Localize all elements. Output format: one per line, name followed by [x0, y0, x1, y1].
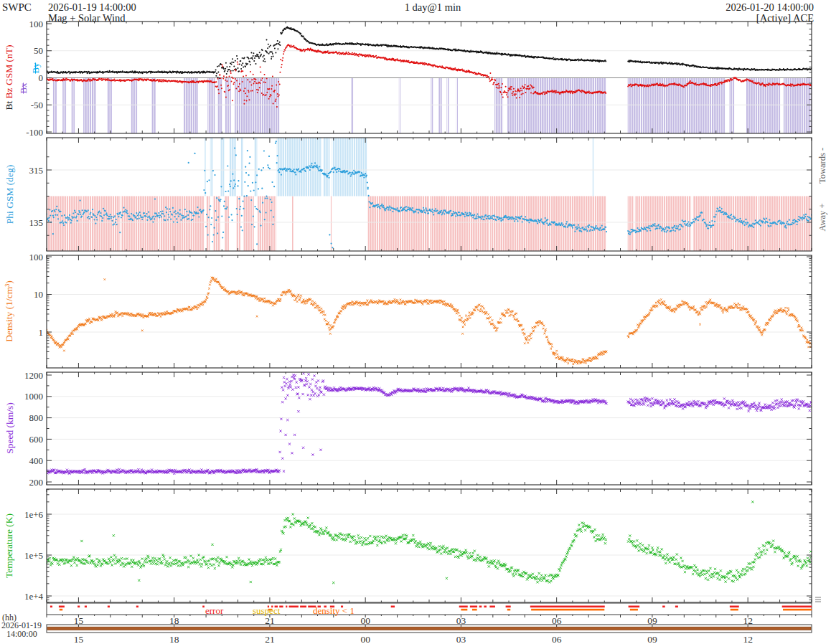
below-zero-shading-band — [784, 78, 812, 134]
density-tick-label: 100 — [29, 252, 44, 262]
towards-shading-band — [254, 138, 257, 196]
speed-tick-label: 800 — [29, 412, 44, 423]
density-flag-mark — [783, 609, 812, 611]
error-flag-mark — [78, 606, 80, 608]
plot-subtitle: Mag + Solar Wind — [48, 12, 126, 24]
towards-sector-label: Towards - — [817, 148, 828, 184]
below-zero-shading-band — [184, 78, 198, 134]
away-shading-band — [206, 196, 210, 251]
error-flag-mark — [675, 606, 678, 608]
away-shading-band — [759, 196, 812, 251]
away-shading-band — [258, 196, 276, 251]
resize-grip-icon — [815, 597, 821, 602]
density-axis-label: Density (1/cm³) — [4, 280, 15, 341]
by-toggle-label[interactable]: By — [30, 62, 42, 73]
below-zero-shading-band — [431, 78, 433, 134]
brand-label: SWPC — [2, 1, 32, 14]
away-shading-band — [47, 196, 82, 251]
panel-speed: 12001000800600400200 — [24, 369, 813, 488]
away-shading-band — [430, 196, 489, 251]
towards-shading-band — [592, 138, 593, 196]
below-zero-shading-band — [131, 78, 138, 134]
away-shading-band — [236, 196, 240, 251]
below-zero-shading-band — [152, 78, 156, 134]
away-shading-band — [121, 196, 158, 251]
speed-tick-label: 400 — [29, 455, 44, 466]
density-flag-mark — [531, 609, 604, 611]
density-tick-label: 10 — [34, 289, 43, 300]
temperature-axis-label: Temperature (K) — [4, 513, 15, 578]
error-flag-mark — [629, 606, 640, 608]
below-zero-shading-band — [107, 78, 112, 134]
speed-axis-label: Speed (km/s) — [4, 402, 16, 454]
density-flag-mark — [472, 609, 477, 611]
error-flag-mark — [730, 606, 739, 608]
density-tick-label: 1 — [39, 327, 44, 338]
temperature-tick-label: 1e+4 — [24, 591, 44, 602]
towards-shading-band — [324, 138, 330, 196]
away-shading-band — [490, 196, 550, 251]
away-shading-band — [292, 196, 294, 251]
away-shading-band — [243, 196, 253, 251]
phi-tick-label: 315 — [29, 165, 44, 176]
error-flag-mark — [289, 606, 299, 608]
hour-label: 09 — [647, 634, 657, 644]
error-flag-mark — [391, 606, 395, 608]
swpc-solar-wind-dashboard: 100500-50-100315135100101120010008006004… — [0, 0, 831, 644]
below-zero-shading-band — [446, 78, 449, 134]
density-flag-mark — [60, 609, 62, 611]
hour-label: 15 — [74, 634, 84, 644]
panel-temperature: 1e+61e+51e+4 — [24, 489, 813, 602]
bz-axis-label: Bz GSM (nT) — [4, 44, 14, 98]
error-flag-mark — [506, 606, 511, 608]
speed-tick-label: 600 — [29, 434, 44, 445]
hour-axis-bottom: 1518210003060912 — [74, 634, 753, 644]
error-flag-mark — [202, 606, 205, 608]
below-zero-shading-band — [399, 78, 400, 134]
temperature-tick-label: 1e+6 — [24, 509, 44, 520]
source-status-label: [Active] ACE — [756, 12, 814, 24]
towards-shading-band — [210, 138, 213, 196]
error-flag-mark — [286, 606, 287, 608]
hour-label: 21 — [265, 634, 275, 644]
density-flag-mark — [630, 609, 638, 611]
error-flag-mark — [530, 606, 605, 608]
timeline-bar — [47, 625, 812, 633]
towards-shading-band — [205, 138, 205, 196]
density-series — [46, 277, 813, 365]
panel-phi: 315135 — [29, 131, 812, 251]
error-flag-mark — [59, 606, 65, 608]
below-zero-shading-band — [729, 78, 734, 134]
bx-toggle-label[interactable]: Bx — [18, 82, 29, 93]
below-zero-shading-band — [72, 78, 75, 134]
mag-tick-label: 50 — [34, 45, 43, 56]
density-flag-mark — [507, 609, 510, 611]
error-flag-mark — [136, 606, 138, 608]
bt-axis-label: Bt — [4, 101, 14, 110]
axis-start-time-label: 14:00:00 — [6, 629, 37, 640]
away-sector-label: Away + — [817, 204, 828, 232]
error-flag-mark — [662, 606, 665, 608]
towards-shading-band — [277, 138, 322, 196]
mag-axis-label: Bt Bz GSM (nT) — [4, 44, 15, 110]
below-zero-shading-band — [438, 78, 441, 134]
towards-shading-band — [332, 138, 367, 196]
coverage-bar — [47, 627, 811, 630]
temperature-series — [45, 501, 812, 584]
phi-tick-label: 135 — [29, 217, 44, 228]
plot-canvas: 100500-50-100315135100101120010008006004… — [0, 0, 831, 644]
density-flag-mark — [731, 609, 738, 611]
below-zero-shading-band — [62, 78, 66, 134]
away-shading-band — [628, 196, 634, 251]
towards-shading-band — [230, 138, 236, 196]
speed-tick-label: 1000 — [24, 391, 43, 402]
error-flag-mark — [459, 606, 468, 608]
density-flag-legend-label: density < 1 — [313, 605, 355, 617]
away-shading-band — [213, 196, 220, 251]
temperature-tick-label: 1e+5 — [24, 550, 43, 561]
panel-mag: 100500-50-100 — [26, 19, 812, 138]
mag-tick-label: 100 — [29, 19, 44, 29]
bt-series — [47, 27, 811, 78]
speed-tick-label: 1200 — [24, 370, 43, 381]
density-flag-mark — [461, 609, 467, 611]
